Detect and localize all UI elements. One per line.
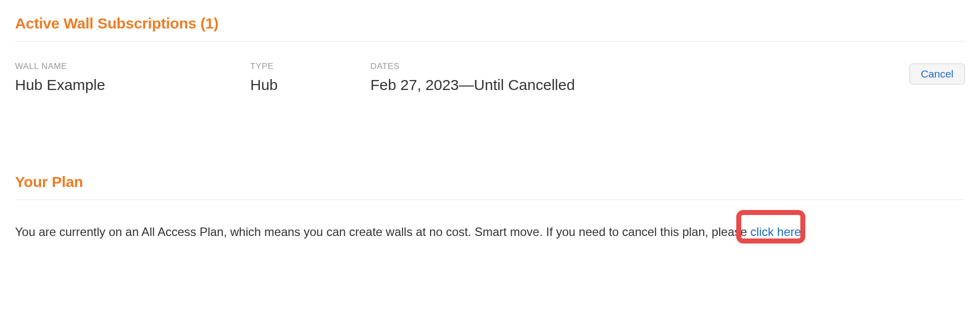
label-dates: DATES xyxy=(370,62,909,72)
label-type: TYPE xyxy=(250,62,370,72)
plan-description-suffix: . xyxy=(801,225,805,238)
active-subscriptions-heading: Active Wall Subscriptions (1) xyxy=(15,15,965,32)
cancel-plan-link[interactable]: click here xyxy=(750,225,801,238)
value-wall-name: Hub Example xyxy=(15,76,250,94)
value-type: Hub xyxy=(250,76,370,94)
divider xyxy=(15,200,965,200)
subscription-row: WALL NAME Hub Example TYPE Hub DATES Feb… xyxy=(15,42,965,94)
plan-description-text: You are currently on an All Access Plan,… xyxy=(15,225,750,238)
label-wall-name: WALL NAME xyxy=(15,62,250,72)
cancel-button[interactable]: Cancel xyxy=(909,64,965,84)
value-dates: Feb 27, 2023—Until Cancelled xyxy=(370,76,909,94)
your-plan-heading: Your Plan xyxy=(15,174,965,190)
